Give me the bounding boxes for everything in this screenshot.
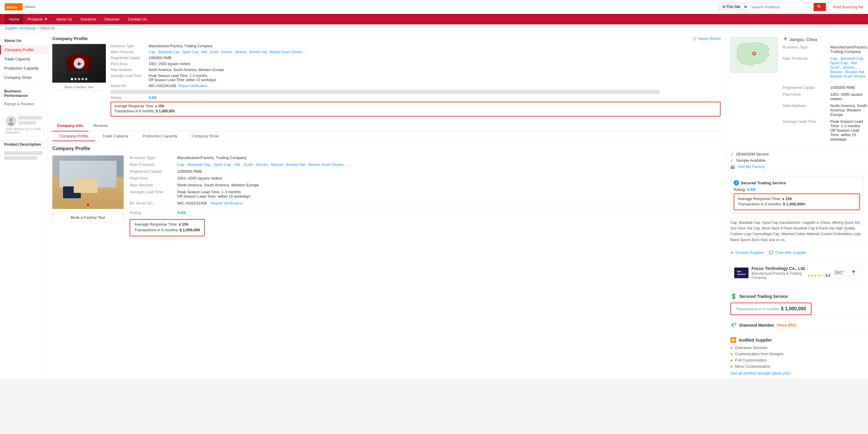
nav-item-about[interactable]: About Us	[52, 14, 76, 24]
service-overseas-label: Overseas Services	[735, 345, 768, 350]
serial-row: Serial NO.: MIC-ASI2241408 Report Verifi…	[111, 84, 720, 88]
video-thumbnail[interactable]: ▶	[52, 44, 106, 83]
sub-tab-trade-capacity[interactable]: Trade Capacity	[95, 131, 135, 141]
contact-supplier-btn[interactable]: ✉ Contact Supplier	[731, 250, 764, 255]
bv-serial-num: MIC-ASI2241408	[177, 201, 207, 206]
inquiry-basket-link[interactable]: 🛒 Inquiry Basket	[693, 37, 720, 41]
serial-value: MIC-ASI2241408	[149, 84, 176, 88]
sample-badge-row: ✓ Sample Available	[731, 158, 863, 163]
inquiry-basket-label: Inquiry Basket	[698, 37, 720, 41]
chat-supplier-btn[interactable]: 💬 Chat with Supplier	[769, 250, 807, 255]
cp-rating-value: 5.0/5	[177, 211, 186, 215]
avg-response-row: Average Response Time: ≤ 15h	[114, 104, 717, 108]
cp-top-title: Company Profile	[52, 36, 88, 41]
nav-item-discover[interactable]: Discover	[100, 14, 124, 24]
rp-rc-row: Registered Capital: 1000000 RMB	[783, 85, 868, 90]
nav-products-icon: ▼	[44, 17, 48, 22]
rp-rc-value: 1000000 RMB	[830, 85, 855, 90]
rp-avg-response-label: Average Response Time:	[738, 196, 781, 201]
right-badges: ✓ OEM/ODM Service ✓ Sample Available 🏭 V…	[725, 149, 868, 174]
bullet-minor-custom: ◆	[731, 365, 733, 368]
search-scope-select[interactable]: In This Site	[719, 3, 748, 11]
sidebar-item-production-capacity[interactable]: Production Capacity	[0, 64, 47, 73]
tour-360-icon[interactable]: 360°	[833, 267, 845, 279]
info-row-main-products: Main Products: Cap , Baseball Cap , Spor…	[111, 50, 720, 54]
sidebar-business-performance: Business Performance	[0, 87, 47, 100]
video-area: ▶ Book a Factory Tour	[52, 44, 106, 117]
see-all-link[interactable]: See all verified strength labels (42) ›	[731, 371, 863, 375]
breadcrumb-separator: >	[37, 26, 40, 30]
logo-subtitle: Alibaba	[24, 5, 35, 9]
sub-tab-company-show[interactable]: Company Show	[184, 131, 226, 141]
oem-label: OEM/ODM Service	[736, 152, 769, 156]
focus-company-name[interactable]: Focus Technology Co., Ltd.	[751, 266, 806, 271]
china-map	[731, 37, 778, 73]
avg-response-value: ≤ 15h	[155, 104, 164, 108]
rp-off-lead: Off Season Lead Time: within 15 workdays	[830, 128, 859, 142]
service-full-customization: ◆ Full Customization	[731, 358, 863, 362]
post-sourcing-link[interactable]: Post Sourcing Re	[833, 5, 863, 9]
prod-desc-line1	[4, 151, 43, 155]
cp-transactions-label: Transactions in 6 months:	[134, 228, 178, 232]
nav-item-products[interactable]: Products ▼	[24, 14, 52, 24]
rating-val-rp: 5.0/5	[747, 187, 756, 192]
search-button[interactable]: 🔍	[814, 3, 826, 11]
nav-item-home[interactable]: Home	[5, 14, 24, 24]
sub-tab-production-capacity[interactable]: Production Capacity	[135, 131, 184, 141]
sts-header: 💲 Secured Trading Service	[731, 293, 863, 300]
alibaba-logo-icon: alibaba	[5, 3, 23, 10]
envelope-icon: ✉	[731, 250, 734, 255]
cp-rc-value: 1000000 RMB	[177, 169, 202, 174]
main-layout: About Us Company Profile Trade Capacity …	[0, 32, 868, 379]
report-verification-link[interactable]: Report Verification	[178, 84, 208, 88]
cp-report-link[interactable]: Report Verification	[211, 201, 243, 206]
info-row-reg-capital: Registered Capital: 1000000 RMB	[111, 56, 720, 60]
sidebar-item-trade-capacity[interactable]: Trade Capacity	[0, 54, 47, 64]
play-icon: ▶	[78, 61, 82, 66]
mm-label: Main Markets:	[111, 68, 146, 72]
info-row-plant-area: Plant Area: 1001~2000 square meters	[111, 62, 720, 66]
cp-top-body: ▶ Book a Factory Tour	[52, 44, 720, 117]
right-panel: 📍 Jiangsu, China Business Type: Manufact…	[725, 32, 868, 379]
check-icon-oem: ✓	[731, 152, 734, 156]
rating-label-rp: Rating:	[734, 187, 746, 192]
book-factory-btn-top[interactable]: Book a Factory Tour	[52, 84, 106, 90]
audited-title: Audited Supplier	[739, 338, 772, 342]
focus-header: MFIAwards Focus Technology Co., Ltd. › M…	[734, 266, 859, 280]
search-input[interactable]	[748, 3, 814, 11]
cp-info-bv: BV Serial NO. : MIC-ASI2241408 Report Ve…	[130, 201, 720, 206]
sidebar-ratings-reviews[interactable]: Ratings & Reviews	[0, 100, 47, 108]
cp-transactions-value: $ 1,000,000	[180, 228, 200, 232]
see-all-chevron-icon: ›	[791, 371, 792, 375]
breadcrumb-supplier[interactable]: Supplier Homepage	[5, 26, 36, 30]
sidebar-item-company-show[interactable]: Company Show	[0, 73, 47, 82]
rp-mp-label: Main Products:	[783, 56, 830, 83]
bt-label: Business Type:	[111, 44, 146, 48]
focus-arrow-icon: ›	[807, 266, 808, 271]
cp-top-header: Company Profile 🛒 Inquiry Basket	[52, 36, 720, 41]
audited-header: M Audited Supplier	[731, 337, 863, 343]
visit-factory-label[interactable]: Visit My Factory	[738, 164, 765, 169]
sidebar-item-company-profile[interactable]: Company Profile	[0, 45, 47, 54]
nav-item-solutions[interactable]: Solutions	[76, 14, 100, 24]
cp-pa-value: 1001~2000 square meters	[177, 176, 222, 180]
tab-company-info[interactable]: Company Info.	[52, 120, 89, 131]
user-avatar	[6, 116, 17, 126]
focus-technology-card: MFIAwards Focus Technology Co., Ltd. › M…	[731, 262, 863, 286]
cp-info-mp: Main Products: Cap , Baseball Cap , Spor…	[130, 162, 720, 167]
rating-label: Rating:	[111, 96, 146, 100]
cp-avg-response-row: Average Response Time: ≤ 15h	[134, 222, 200, 226]
tour-location-icon[interactable]: 📍	[847, 267, 859, 279]
nav-item-contact[interactable]: Contact Us	[124, 14, 151, 24]
sample-label: Sample Available	[736, 158, 766, 163]
bullet-full-custom: ◆	[731, 359, 733, 362]
pa-value: 1001~2000 square meters	[149, 62, 190, 66]
book-factory-btn-main[interactable]: Book a Factory Tour	[52, 213, 124, 222]
tab-reviews[interactable]: Reviews	[89, 120, 113, 131]
contact-row: ✉ Contact Supplier 💬 Chat with Supplier	[725, 247, 868, 259]
video-dots	[71, 78, 87, 80]
breadcrumb: Supplier Homepage > About Us	[0, 24, 868, 32]
sub-tab-company-profile[interactable]: Company Profile	[52, 131, 95, 141]
cp-bv-label: BV Serial NO. :	[130, 201, 177, 206]
service-minor-custom-label: Minor Customization	[735, 364, 771, 369]
